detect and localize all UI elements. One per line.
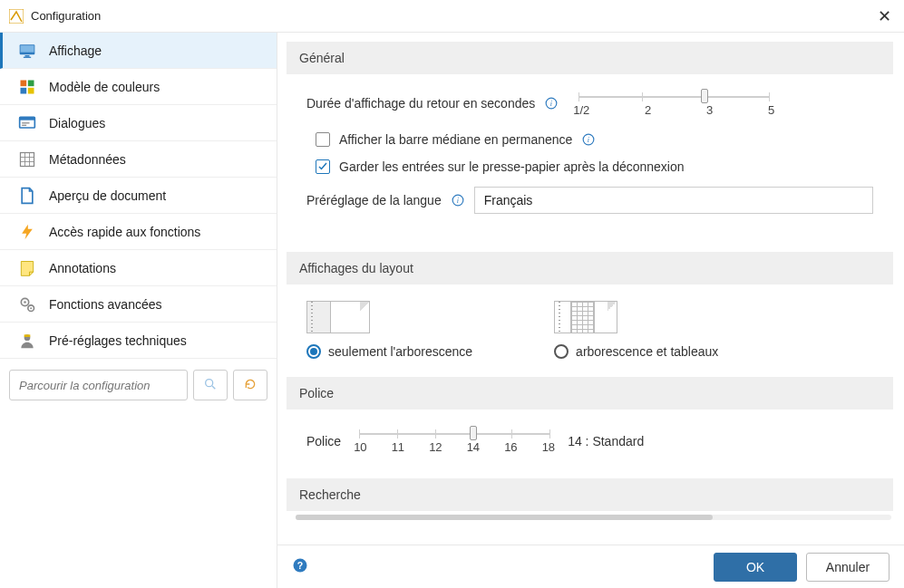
info-icon[interactable]: i — [451, 193, 465, 207]
layout-label-tree-only: seulement l'arborescence — [328, 344, 472, 359]
sidebar-item-label: Affichage — [49, 43, 102, 58]
svg-line-25 — [212, 386, 215, 389]
feedback-duration-label: Durée d'affichage du retour en secondes — [306, 96, 535, 111]
document-icon — [18, 187, 36, 205]
section-header-search: Recherche — [287, 478, 893, 511]
gears-icon — [18, 295, 36, 313]
slider-tick-label: 16 — [504, 440, 517, 454]
search-icon — [203, 377, 218, 394]
titlebar: Configuration ✕ — [0, 0, 904, 33]
layout-radio-tree-only[interactable] — [306, 344, 321, 359]
lang-select[interactable]: Français — [474, 187, 873, 214]
search-button[interactable] — [193, 370, 228, 400]
slider-tick-label: 11 — [392, 440, 404, 454]
sidebar: Affichage Modèle de couleurs Dialogues — [0, 33, 277, 588]
content-pane[interactable]: Général Durée d'affichage du retour en s… — [277, 33, 904, 545]
svg-text:?: ? — [297, 560, 303, 571]
slider-tick-label: 10 — [354, 440, 366, 454]
refresh-button[interactable] — [233, 370, 267, 400]
help-icon[interactable]: ? — [292, 557, 308, 576]
palette-icon — [18, 78, 36, 96]
sidebar-item-affichage[interactable]: Affichage — [0, 33, 277, 69]
layout-radio-tree-tables[interactable] — [554, 344, 569, 359]
svg-rect-11 — [22, 122, 29, 123]
svg-rect-10 — [20, 117, 35, 120]
sidebar-item-prereglages[interactable]: Pré-réglages techniques — [0, 323, 277, 359]
slider-tick-label: 12 — [429, 440, 442, 454]
medianbar-label: Afficher la barre médiane en permanence — [339, 132, 572, 147]
sidebar-item-label: Pré-réglages techniques — [49, 333, 187, 348]
svg-rect-13 — [21, 152, 34, 166]
lang-value: Français — [484, 193, 533, 207]
lang-label: Préréglage de la langue — [306, 193, 442, 207]
slider-tick-label: 1/2 — [573, 103, 589, 117]
svg-rect-7 — [21, 87, 27, 93]
slider-tick-label: 14 — [467, 440, 480, 454]
grid-icon — [18, 150, 36, 169]
slider-tick-label: 5 — [768, 103, 774, 117]
section-header-font: Police — [287, 377, 893, 410]
svg-rect-6 — [28, 80, 34, 86]
monitor-icon — [18, 42, 36, 60]
sidebar-item-metadonnees[interactable]: Métadonnées — [0, 141, 277, 178]
sidebar-item-label: Modèle de couleurs — [49, 80, 160, 94]
medianbar-checkbox[interactable] — [316, 132, 330, 147]
search-input[interactable] — [9, 370, 188, 400]
svg-text:i: i — [457, 197, 460, 205]
refresh-icon — [243, 377, 258, 394]
font-slider[interactable]: 10 11 12 14 16 18 — [359, 426, 549, 457]
technician-icon — [18, 332, 36, 350]
feedback-duration-slider[interactable]: 1/2 2 3 5 — [578, 91, 769, 116]
sidebar-item-acces-rapide[interactable]: Accès rapide aux fonctions — [0, 214, 277, 250]
svg-text:i: i — [550, 100, 553, 108]
sidebar-item-label: Accès rapide aux fonctions — [49, 225, 200, 239]
info-icon[interactable]: i — [581, 132, 596, 147]
svg-point-21 — [30, 307, 32, 309]
info-icon[interactable]: i — [544, 96, 559, 111]
keep-clipboard-checkbox[interactable] — [316, 159, 330, 174]
cancel-button[interactable]: Annuler — [806, 553, 889, 582]
section-header-layout: Affichages du layout — [287, 252, 893, 284]
config-window: Configuration ✕ Affichage Modèle de coul… — [0, 0, 904, 588]
sidebar-item-couleurs[interactable]: Modèle de couleurs — [0, 69, 277, 105]
window-title: Configuration — [31, 9, 101, 23]
font-value-display: 14 : Standard — [568, 434, 644, 448]
sidebar-item-fonctions-avancees[interactable]: Fonctions avancées — [0, 286, 277, 323]
sidebar-item-dialogues[interactable]: Dialogues — [0, 105, 277, 141]
svg-rect-2 — [21, 45, 34, 53]
bolt-icon — [18, 223, 36, 241]
layout-thumb-tree-only[interactable] — [306, 301, 370, 333]
footer: ? OK Annuler — [277, 545, 904, 588]
svg-rect-8 — [28, 87, 34, 93]
slider-tick-label: 18 — [542, 440, 555, 454]
svg-rect-4 — [24, 56, 31, 57]
svg-rect-23 — [24, 334, 31, 337]
note-icon — [18, 259, 36, 277]
svg-rect-3 — [25, 55, 30, 57]
close-icon[interactable]: ✕ — [874, 3, 895, 30]
ok-button[interactable]: OK — [714, 553, 797, 582]
layout-label-tree-tables: arborescence et tableaux — [576, 344, 718, 359]
section-header-general: Général — [287, 42, 893, 74]
horizontal-scrollbar[interactable] — [296, 515, 891, 520]
sidebar-item-label: Métadonnées — [49, 152, 126, 167]
svg-text:i: i — [588, 136, 590, 144]
sidebar-item-label: Aperçu de document — [49, 188, 166, 203]
layout-thumb-tree-tables[interactable] — [554, 301, 617, 333]
sidebar-item-label: Dialogues — [49, 116, 105, 130]
sidebar-item-label: Annotations — [49, 261, 116, 275]
svg-point-19 — [24, 301, 26, 304]
slider-tick-label: 2 — [645, 103, 651, 117]
sidebar-item-annotations[interactable]: Annotations — [0, 250, 277, 286]
slider-tick-label: 3 — [706, 103, 713, 117]
font-label: Police — [306, 434, 341, 448]
keep-clipboard-label: Garder les entrées sur le presse-papier … — [339, 159, 685, 174]
svg-rect-12 — [22, 124, 26, 125]
dialog-icon — [18, 114, 36, 132]
sidebar-item-apercu[interactable]: Aperçu de document — [0, 178, 277, 214]
app-icon — [9, 9, 24, 24]
sidebar-item-label: Fonctions avancées — [49, 297, 162, 312]
svg-rect-5 — [21, 80, 27, 86]
svg-point-24 — [206, 379, 213, 386]
